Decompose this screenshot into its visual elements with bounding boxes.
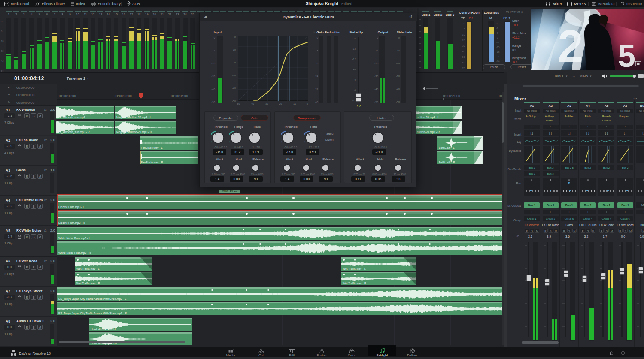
- svg-text:2: 2: [558, 21, 583, 70]
- svg-text:5: 5: [618, 38, 635, 70]
